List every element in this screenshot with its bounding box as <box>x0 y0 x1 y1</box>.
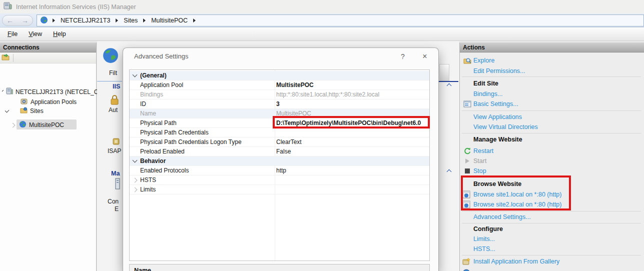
features-group-management: Ma <box>111 170 120 177</box>
settings-grid: (General) Application Pool MultisitePOC … <box>129 70 430 261</box>
divider <box>462 255 641 256</box>
restart-icon <box>463 147 471 155</box>
chevron-down-icon[interactable] <box>133 72 138 78</box>
filter-label[interactable]: Filt <box>109 70 117 76</box>
actions-header: Actions <box>460 42 644 52</box>
action-start[interactable]: Start <box>460 156 644 166</box>
basic-settings-icon <box>463 100 471 108</box>
action-explore[interactable]: Explore <box>460 56 644 66</box>
add-connection-button[interactable] <box>2 53 11 62</box>
menu-file[interactable]: File <box>2 28 23 40</box>
settings-section-general[interactable]: (General) <box>130 71 429 80</box>
menu-view[interactable]: View <box>23 28 48 40</box>
breadcrumb-item-sites[interactable]: Sites <box>123 16 139 25</box>
divider <box>462 76 641 77</box>
action-help-partial[interactable] <box>460 268 644 271</box>
action-stop[interactable]: Stop <box>460 166 644 176</box>
help-icon <box>462 269 470 271</box>
chevron-down-icon[interactable] <box>5 108 9 113</box>
setting-value: http:*:80:site1.local,http:*:80:site2.lo… <box>276 91 379 98</box>
setting-value: http <box>276 167 286 174</box>
breadcrumb-item-site[interactable]: MultisitePOC <box>150 16 189 25</box>
tree-item-label: Sites <box>30 108 44 114</box>
collapse-group-icon[interactable] <box>447 84 452 88</box>
isapi-label[interactable]: ISAP <box>108 148 121 154</box>
settings-row-physical-path-credentials[interactable]: Physical Path Credentials <box>130 128 429 138</box>
authentication-label[interactable]: Aut <box>109 106 118 114</box>
close-icon[interactable]: × <box>418 51 431 62</box>
tree-item-sites[interactable]: Sites <box>5 106 101 116</box>
settings-row-bindings[interactable]: Bindings http:*:80:site1.local,http:*:80… <box>130 90 429 100</box>
actions-group-browse-website: Browse Website <box>460 179 644 189</box>
breadcrumb-separator-icon <box>193 18 196 22</box>
action-label: Bindings... <box>473 90 502 98</box>
setting-label: (General) <box>140 72 167 79</box>
group-header-label: Browse Website <box>473 180 521 188</box>
divider <box>462 223 641 224</box>
chevron-down-icon[interactable] <box>133 158 138 163</box>
settings-row-application-pool[interactable]: Application Pool MultisitePOC <box>130 80 429 90</box>
settings-row-preload-enabled[interactable]: Preload Enabled False <box>130 147 429 156</box>
settings-section-hsts[interactable]: HSTS <box>130 176 429 185</box>
group-header-label: Configure <box>473 226 503 232</box>
action-advanced-settings[interactable]: Advanced Settings... <box>460 212 644 222</box>
settings-section-behavior[interactable]: Behavior <box>130 156 429 166</box>
setting-value: MultisitePOC <box>276 110 311 117</box>
action-browse-site2[interactable]: Browse site2.local on *:80 (http) <box>460 200 644 210</box>
settings-row-physical-path[interactable]: Physical Path D:\Temp\Optimizely\Multisi… <box>130 118 429 128</box>
action-limits[interactable]: Limits... <box>460 234 644 244</box>
settings-row-name[interactable]: Name MultisitePOC <box>130 109 429 118</box>
features-group-iis: IIS <box>113 83 120 90</box>
features-toolbar-underline <box>97 81 122 82</box>
breadcrumb-item-server[interactable]: NETCELJJR21T3 <box>60 16 111 25</box>
menu-bar: File View Help <box>0 28 644 41</box>
setting-value: MultisitePOC <box>276 82 314 88</box>
action-label: Start <box>473 158 486 164</box>
settings-row-id[interactable]: ID 3 <box>130 100 429 109</box>
browse-site-icon <box>462 190 470 198</box>
address-bar: ← → NETCELJJR21T3 Sites MultisitePOC <box>0 14 644 28</box>
action-hsts[interactable]: HSTS... <box>460 244 644 254</box>
action-edit-permissions[interactable]: Edit Permissions... <box>460 66 644 76</box>
actions-group-manage-website: Manage Website <box>460 134 644 144</box>
action-restart[interactable]: Restart <box>460 146 644 156</box>
settings-section-limits[interactable]: Limits <box>130 185 429 194</box>
tree-item-multisitepoc[interactable]: MultisitePOC <box>11 120 107 130</box>
back-button[interactable]: ← <box>7 17 14 24</box>
application-pools-icon <box>21 98 28 106</box>
site-home-globe-icon <box>102 47 119 66</box>
actions-group-configure: Configure <box>460 224 644 234</box>
chevron-right-icon[interactable] <box>133 187 138 192</box>
collapse-group-icon[interactable] <box>447 170 452 174</box>
help-button[interactable]: ? <box>396 51 409 62</box>
configuration-editor-label-line1[interactable]: Con <box>108 198 119 205</box>
chevron-right-icon[interactable] <box>11 122 15 128</box>
chevron-down-icon[interactable] <box>2 90 4 93</box>
menu-help[interactable]: Help <box>48 28 72 40</box>
tree-item-label: MultisitePOC <box>29 122 64 128</box>
breadcrumb[interactable]: NETCELJJR21T3 Sites MultisitePOC <box>37 14 644 26</box>
features-scroll-tab[interactable] <box>439 64 449 81</box>
settings-row-enabled-protocols[interactable]: Enabled Protocols http <box>130 166 429 176</box>
toolbar-separator <box>13 54 14 62</box>
action-view-virtual-directories[interactable]: View Virtual Directories <box>460 122 644 132</box>
action-label: HSTS... <box>473 246 495 252</box>
setting-label: Application Pool <box>140 82 183 88</box>
action-view-applications[interactable]: View Applications <box>460 112 644 122</box>
action-install-app-gallery[interactable]: Install Application From Gallery <box>460 256 644 266</box>
group-header-underline <box>438 81 458 82</box>
settings-row-logon-type[interactable]: Physical Path Credentials Logon Type Cle… <box>130 138 429 147</box>
server-icon <box>6 88 13 96</box>
connections-header: Connections <box>0 42 96 52</box>
action-bindings[interactable]: Bindings... <box>460 89 644 99</box>
configuration-editor-label-line2[interactable]: E <box>115 206 119 212</box>
tree-item-server[interactable]: NETCELJJR21T3 (NETCEL_COU <box>2 88 98 96</box>
action-browse-site1[interactable]: Browse site1.local on *:80 (http) <box>460 190 644 200</box>
group-header-label: Edit Site <box>473 80 498 87</box>
chevron-right-icon[interactable] <box>133 178 138 182</box>
setting-label: Preload Enabled <box>140 148 185 155</box>
configuration-editor-icon <box>115 178 121 191</box>
setting-label: Bindings <box>140 91 163 98</box>
action-basic-settings[interactable]: Basic Settings... <box>460 99 644 109</box>
forward-button[interactable]: → <box>22 17 29 24</box>
